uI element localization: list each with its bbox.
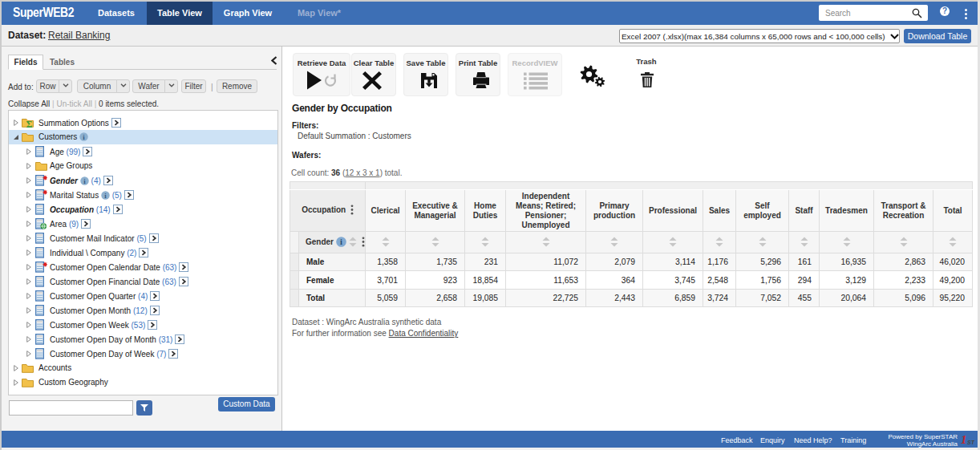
svg-text:Σ: Σ	[26, 119, 33, 128]
svg-text:1: 1	[961, 433, 967, 445]
svg-text:i: i	[340, 237, 342, 246]
svg-text:ST: ST	[967, 440, 974, 445]
